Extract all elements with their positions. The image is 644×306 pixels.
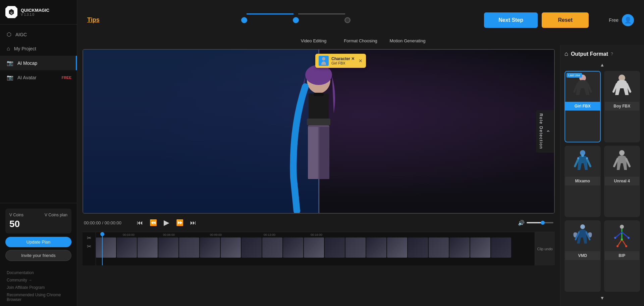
vcoins-label: V Coins	[9, 213, 23, 217]
svg-line-31	[615, 232, 622, 238]
output-format-panel: ⌂ Output Format ? ▲ Last Use	[560, 45, 644, 306]
play-button[interactable]: ▶	[162, 217, 171, 228]
stepper	[121, 17, 471, 23]
format-img-girl-fbx: Last Use	[565, 72, 600, 102]
frame-thumb	[408, 237, 428, 258]
ruler-mark-1: 00:03:00	[123, 233, 135, 236]
format-card-boy-fbx[interactable]: Boy FBX	[604, 71, 640, 142]
format-label-vmd: VMD	[565, 251, 600, 260]
format-card-vmd[interactable]: VMD	[565, 220, 601, 292]
sidebar-item-aigc[interactable]: ⬡ AIGC	[0, 27, 77, 42]
timeline-track: 00:03:00 00:06:00 00:09:00 00:13:00 00:1…	[96, 232, 535, 265]
timeline-cursor[interactable]	[102, 232, 103, 265]
frame-thumb	[304, 237, 324, 258]
sidebar-item-ai-avatar[interactable]: 📷 AI Avatar FREE	[0, 70, 77, 85]
svg-text:Q: Q	[10, 11, 12, 14]
step-circle-3	[344, 17, 351, 23]
format-label-mixamo: Mixamo	[565, 177, 600, 185]
step-back-button[interactable]: ⏪	[148, 218, 159, 228]
header-actions: Next Step Reset	[484, 12, 589, 28]
affiliate-link[interactable]: Join Affiliate Program	[7, 284, 70, 291]
scissors-icon-top[interactable]: ✂	[87, 235, 91, 241]
chrome-link[interactable]: Recommended Using Chrome Browser	[7, 291, 70, 303]
frame-thumb	[200, 237, 220, 258]
header: Tips Next Step	[77, 0, 644, 40]
ruler-mark-3: 00:09:00	[210, 233, 222, 236]
vcoins-amount: 50	[9, 219, 67, 229]
ruler-mark-4: 00:13:00	[264, 233, 275, 236]
frame-thumb	[345, 237, 366, 258]
svg-point-22	[586, 157, 588, 159]
step-forward-button[interactable]: ⏩	[174, 218, 185, 228]
scroll-down-button[interactable]: ▼	[565, 295, 640, 301]
last-use-badge: Last Use	[567, 73, 582, 78]
character-tooltip: Character ✕ Girl FBX ✕	[315, 54, 366, 68]
scroll-up-button[interactable]: ▲	[565, 62, 640, 68]
timeline-scissors: ✂ ✂	[83, 232, 96, 265]
svg-line-34	[622, 239, 626, 246]
avatar-icon: 👤	[624, 16, 632, 24]
aigc-icon: ⬡	[7, 31, 11, 38]
volume-area: 🔊	[518, 220, 553, 226]
sidebar-links: Documentation Community → Join Affiliate…	[0, 266, 77, 306]
timeline-frames	[96, 237, 535, 265]
step-motion-generating	[344, 17, 351, 23]
documentation-link[interactable]: Documentation	[7, 269, 70, 276]
format-grid: Last Use Girl FBX	[565, 71, 640, 292]
format-card-girl-fbx[interactable]: Last Use Girl FBX	[565, 71, 601, 142]
avatar-icon: 📷	[7, 74, 13, 81]
logo-icon: Q	[5, 6, 17, 18]
tooltip-close-button[interactable]: ✕	[359, 58, 363, 63]
sidebar-item-my-project[interactable]: ⌂ My Project	[0, 42, 77, 56]
frame-thumb	[138, 237, 158, 258]
step-line-1	[247, 13, 293, 14]
format-card-unreal4[interactable]: Unreal 4	[604, 146, 640, 217]
clip-undo-label: Clip undo	[535, 232, 555, 265]
svg-line-19	[587, 159, 590, 166]
frame-thumb	[491, 237, 511, 258]
tips-link[interactable]: Tips	[87, 16, 107, 24]
sidebar-item-label: AIGC	[15, 32, 27, 37]
svg-rect-6	[307, 119, 330, 125]
invite-friends-button[interactable]: Invite your friends	[5, 250, 71, 261]
frame-thumb	[179, 237, 199, 258]
char-icon	[319, 56, 329, 66]
frame-thumb	[429, 237, 449, 258]
stepper-track	[241, 17, 351, 23]
svg-point-39	[621, 238, 623, 241]
community-link[interactable]: Community →	[7, 276, 70, 284]
frame-thumb	[366, 237, 386, 258]
help-icon[interactable]: ?	[611, 52, 613, 56]
video-controls: 00:00:00 / 00:00:00 ⏮ ⏪ ▶ ⏩ ⏭ 🔊	[83, 214, 555, 232]
time-display: 00:00:00 / 00:00:00	[84, 220, 131, 225]
project-icon: ⌂	[7, 46, 10, 52]
frame-thumb	[117, 237, 137, 258]
sidebar-logo: Q QUICKMAGIC V 1.3.1.0	[0, 0, 77, 25]
update-plan-button[interactable]: Update Plan	[5, 237, 71, 247]
main-content: Tips Next Step	[77, 0, 644, 306]
sidebar-item-ai-mocap[interactable]: 📷 AI Mocap	[0, 56, 77, 70]
scissors-icon-bottom[interactable]: ✂	[87, 243, 91, 250]
free-badge: FREE	[62, 76, 71, 80]
svg-point-23	[619, 150, 625, 156]
format-img-bip	[605, 221, 640, 251]
svg-point-20	[581, 154, 584, 157]
reset-button[interactable]: Reset	[542, 12, 589, 28]
total-time: 00:00:00	[104, 220, 121, 225]
role-detection-button[interactable]: ‹ Role Detection	[536, 110, 554, 153]
volume-slider[interactable]	[527, 222, 553, 223]
skip-back-button[interactable]: ⏮	[135, 218, 145, 228]
user-avatar[interactable]: 👤	[622, 14, 634, 26]
char-info: Character ✕ Girl FBX	[331, 56, 355, 65]
frame-thumb	[158, 237, 178, 258]
frame-thumb	[387, 237, 407, 258]
header-right: Free 👤	[609, 14, 634, 26]
svg-point-38	[625, 245, 627, 247]
skip-forward-button[interactable]: ⏭	[188, 218, 198, 228]
chevron-down-icon: ▼	[600, 295, 605, 301]
format-card-mixamo[interactable]: Mixamo	[565, 146, 601, 217]
format-card-bip[interactable]: BIP	[604, 220, 640, 292]
svg-point-36	[628, 237, 630, 239]
timeline-ruler: 00:03:00 00:06:00 00:09:00 00:13:00 00:1…	[96, 232, 535, 237]
next-step-button[interactable]: Next Step	[484, 12, 538, 28]
